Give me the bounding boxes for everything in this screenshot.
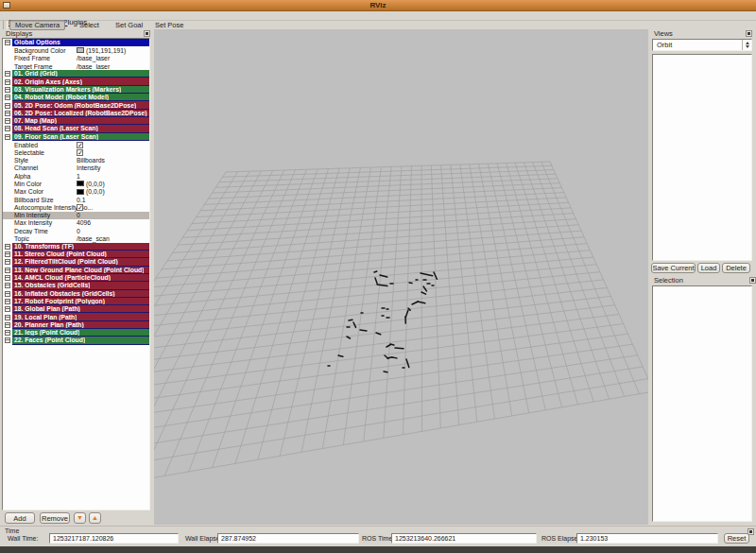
- display-item[interactable]: 05. 2D Pose: Odom (RobotBase2DPose): [3, 101, 149, 109]
- property-row[interactable]: Min Color(0,0,0): [3, 180, 149, 187]
- expander-icon[interactable]: [5, 306, 10, 312]
- expander-icon[interactable]: [5, 283, 10, 288]
- toolbar-handle-icon[interactable]: [3, 21, 8, 29]
- property-row[interactable]: Autocompute Intensity Bo...✓: [3, 203, 149, 211]
- display-item[interactable]: 14. AMCL Cloud (ParticleCloud): [3, 274, 149, 282]
- selection-area[interactable]: [652, 285, 752, 522]
- property-row[interactable]: ChannelIntensity: [3, 164, 149, 172]
- ros-elapsed-field[interactable]: 1.230153: [576, 533, 718, 544]
- reset-button[interactable]: Reset: [724, 533, 749, 544]
- expander-icon[interactable]: [5, 40, 10, 45]
- display-item[interactable]: 07. Map (Map): [3, 117, 149, 125]
- property-row[interactable]: Fixed Frame/base_laser: [3, 55, 149, 62]
- property-row[interactable]: Decay Time0: [3, 227, 149, 234]
- close-icon[interactable]: [144, 30, 150, 37]
- display-item[interactable]: 17. Robot Footprint (Polygon): [3, 298, 149, 305]
- display-item[interactable]: 10. Transforms (TF): [3, 243, 149, 251]
- expander-icon[interactable]: [5, 268, 10, 273]
- expander-icon[interactable]: [5, 299, 10, 304]
- displays-panel-title: Displays: [6, 29, 32, 38]
- save-current-button[interactable]: Save Current: [651, 263, 696, 273]
- views-panel-header: Views: [650, 29, 754, 38]
- display-item[interactable]: 11. Stereo Cloud (Point Cloud): [3, 251, 149, 258]
- display-item[interactable]: 22. Faces (Point Cloud): [3, 337, 149, 344]
- display-item[interactable]: 04. Robot Model (Robot Model): [3, 94, 149, 101]
- delete-button[interactable]: Delete: [722, 263, 750, 273]
- expander-icon[interactable]: [5, 244, 10, 250]
- window-bottom-edge: [0, 546, 756, 553]
- expander-icon[interactable]: [5, 315, 10, 320]
- display-item-global-options[interactable]: Global Options: [3, 39, 149, 46]
- wall-elapsed-field[interactable]: 287.874952: [217, 533, 359, 544]
- 3d-viewport[interactable]: [154, 29, 648, 525]
- expander-icon[interactable]: [5, 330, 10, 336]
- expander-icon[interactable]: [5, 111, 10, 116]
- display-item[interactable]: 01. Grid (Grid): [3, 70, 149, 78]
- ros-time-field[interactable]: 1253213640.266621: [391, 533, 537, 544]
- scene-canvas: [154, 29, 648, 525]
- display-item[interactable]: 20. Planner Plan (Path): [3, 321, 149, 329]
- property-row[interactable]: Billboard Size0.1: [3, 196, 149, 203]
- expander-icon[interactable]: [5, 291, 10, 297]
- color-swatch[interactable]: [77, 189, 84, 195]
- expander-icon[interactable]: [5, 95, 10, 100]
- display-item[interactable]: 16. Inflated Obstacles (GridCells): [3, 290, 149, 298]
- display-item[interactable]: 02. Origin Axes (Axes): [3, 78, 149, 85]
- property-row[interactable]: Max Intensity4096: [3, 219, 149, 227]
- expander-icon[interactable]: [5, 259, 10, 265]
- move-down-button[interactable]: ▼: [74, 512, 86, 524]
- color-swatch[interactable]: [77, 47, 84, 53]
- checkbox[interactable]: ✓: [77, 204, 83, 211]
- close-icon[interactable]: [746, 30, 752, 37]
- expander-icon[interactable]: [5, 71, 10, 77]
- display-item[interactable]: 15. Obstacles (GridCells): [3, 282, 149, 289]
- checkbox[interactable]: ✓: [77, 149, 83, 156]
- close-icon[interactable]: [749, 277, 756, 284]
- display-item[interactable]: 12. FilteredTiltCloud (Point Cloud): [3, 258, 149, 266]
- expander-icon[interactable]: [5, 118, 10, 124]
- property-row[interactable]: StyleBillboards: [3, 156, 149, 164]
- property-row[interactable]: Max Color(0,0,0): [3, 188, 149, 196]
- move-up-button[interactable]: ▲: [89, 512, 101, 524]
- display-item[interactable]: 19. Local Plan (Path): [3, 313, 149, 320]
- load-button[interactable]: Load: [697, 263, 720, 273]
- expander-icon[interactable]: [5, 251, 10, 257]
- saved-views-list[interactable]: [652, 54, 752, 261]
- up-arrow-icon: ▲: [92, 514, 98, 521]
- expander-icon[interactable]: [5, 322, 10, 328]
- display-item[interactable]: 18. Global Plan (Path): [3, 305, 149, 313]
- expander-icon[interactable]: [5, 275, 10, 281]
- property-row[interactable]: Enabled✓: [3, 141, 149, 148]
- expander-icon[interactable]: [5, 87, 10, 93]
- display-item[interactable]: 03. Visualization Markers (Markers): [3, 86, 149, 94]
- spinner-icon[interactable]: [742, 40, 751, 50]
- expander-icon[interactable]: [5, 103, 10, 109]
- display-item[interactable]: 13. New Ground Plane Cloud (Point Cloud): [3, 267, 149, 274]
- rviz-window: RViz File View Plugins Move Camera Selec…: [0, 0, 756, 553]
- time-panel-title: Time: [5, 527, 19, 534]
- property-row[interactable]: Topic/base_scan: [3, 234, 149, 242]
- expander-icon[interactable]: [5, 126, 10, 131]
- expander-icon[interactable]: [5, 79, 10, 85]
- display-item[interactable]: 06. 2D Pose: Localized (RobotBase2DPose): [3, 110, 149, 117]
- add-display-button[interactable]: Add: [5, 512, 35, 524]
- color-swatch[interactable]: [77, 181, 84, 186]
- display-item[interactable]: 09. Floor Scan (Laser Scan): [3, 133, 149, 141]
- remove-display-button[interactable]: Remove: [40, 512, 70, 524]
- displays-tree[interactable]: Global OptionsBackground Color(191,191,1…: [2, 38, 150, 510]
- wall-time-label: Wall Time:: [8, 535, 38, 542]
- expander-icon[interactable]: [5, 134, 10, 140]
- property-row[interactable]: Background Color(191,191,191): [3, 46, 149, 54]
- display-item[interactable]: 08. Head Scan (Laser Scan): [3, 125, 149, 132]
- wall-time-field[interactable]: 1253217187.120826: [49, 533, 179, 544]
- displays-buttons: Add Remove ▼ ▲: [2, 512, 150, 525]
- property-row[interactable]: Min Intensity0: [3, 212, 149, 219]
- display-item[interactable]: 21. legs (Point Cloud): [3, 329, 149, 337]
- view-type-select[interactable]: Orbit: [652, 39, 752, 51]
- toolbar: Move Camera Select Set Goal Set Pose: [0, 21, 756, 29]
- property-row[interactable]: Alpha1: [3, 172, 149, 180]
- property-row[interactable]: Target Frame/base_laser: [3, 62, 149, 70]
- checkbox[interactable]: ✓: [77, 142, 83, 148]
- property-row[interactable]: Selectable✓: [3, 148, 149, 156]
- expander-icon[interactable]: [5, 337, 10, 343]
